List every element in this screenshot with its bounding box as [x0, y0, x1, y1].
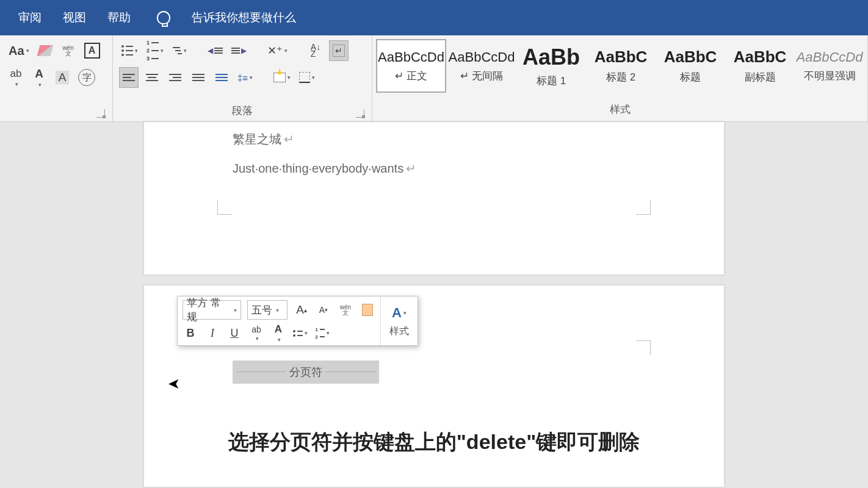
mini-numbering-button[interactable]: 12 — [314, 325, 330, 342]
char-shading-button[interactable]: A — [52, 67, 72, 88]
paragraph-group: 123 ◀ ▶ ✕⁺ A↓Z ↵ ‡≡ — [113, 35, 372, 121]
paragraph-mark-icon: ↵ — [406, 162, 416, 175]
cursor-icon: ➤ — [168, 375, 180, 392]
align-justify-button[interactable] — [189, 67, 208, 88]
mini-format-painter-button[interactable] — [360, 301, 375, 318]
style-gallery: AaBbCcDd↵ 正文AaBbCcDd↵ 无间隔AaBb标题 1AaBbC标题… — [376, 39, 864, 100]
line-spacing-button[interactable]: ‡≡ — [235, 67, 255, 88]
margin-corner-icon — [636, 200, 651, 215]
style-name-label: 不明显强调 — [804, 69, 856, 83]
mini-styles-label[interactable]: 样式 — [389, 325, 409, 338]
font-launcher-icon[interactable] — [96, 109, 105, 118]
mini-font-color-button[interactable]: A — [270, 325, 286, 342]
margin-corner-icon — [636, 340, 651, 355]
text-line[interactable]: 繁星之城↵ — [233, 131, 294, 148]
tell-me-input[interactable]: 告诉我你想要做什么 — [192, 10, 296, 26]
paragraph-group-label: 段落 — [117, 101, 368, 121]
style-item-0[interactable]: AaBbCcDd↵ 正文 — [376, 39, 446, 93]
title-bar: 审阅 视图 帮助 告诉我你想要做什么 — [0, 0, 868, 35]
shading-button[interactable] — [271, 67, 293, 88]
mini-grow-font-button[interactable]: A▴ — [294, 301, 309, 318]
lightbulb-icon — [157, 11, 170, 24]
char-border-button[interactable]: A — [82, 40, 103, 61]
clear-format-button[interactable] — [35, 40, 55, 61]
mini-shrink-font-button[interactable]: A▾ — [316, 301, 331, 318]
tab-help[interactable]: 帮助 — [107, 10, 131, 26]
page-1[interactable]: 繁星之城↵ Just·one·thing·everybody·wants↵ — [144, 122, 724, 274]
paragraph-mark-icon: ↵ — [284, 132, 294, 146]
paragraph-launcher-icon[interactable] — [356, 109, 364, 118]
show-marks-button[interactable]: ↵ — [329, 40, 349, 61]
style-item-2[interactable]: AaBb标题 1 — [517, 39, 585, 93]
font-group-label — [4, 115, 109, 121]
mini-highlight-button[interactable]: ab — [248, 325, 264, 342]
font-color-button[interactable]: A — [29, 67, 49, 88]
style-preview: AaBbCcDd — [797, 49, 863, 65]
distributed-button[interactable] — [212, 67, 231, 88]
style-item-4[interactable]: AaBbC标题 — [656, 39, 725, 93]
highlight-button[interactable]: ab — [6, 67, 26, 88]
mini-size-combo[interactable]: 五号▾ — [247, 300, 288, 320]
styles-group-label: 样式 — [376, 100, 864, 120]
mini-toolbar: 苹方 常规▾ 五号▾ A▴ A▾ wén文 B I U ab A 12 A 样式 — [177, 296, 418, 346]
borders-button[interactable] — [297, 67, 317, 88]
style-preview: AaBb — [523, 45, 580, 70]
mini-font-combo[interactable]: 苹方 常规▾ — [183, 300, 241, 320]
tab-review[interactable]: 审阅 — [18, 10, 42, 26]
increase-indent-button[interactable]: ▶ — [229, 40, 249, 61]
style-item-6[interactable]: AaBbCcDd不明显强调 — [795, 39, 864, 93]
style-item-5[interactable]: AaBbC副标题 — [726, 39, 794, 93]
style-item-3[interactable]: AaBbC标题 2 — [587, 39, 655, 93]
ribbon: Aa wén文 A ab A A 字 123 ◀ ▶ — [0, 35, 868, 122]
style-name-label: 副标题 — [745, 70, 776, 84]
numbering-button[interactable]: 123 — [144, 40, 166, 61]
style-preview: AaBbCcDd — [449, 49, 515, 65]
align-center-button[interactable] — [142, 67, 162, 88]
align-left-button[interactable] — [119, 67, 139, 88]
mini-underline-button[interactable]: U — [226, 325, 242, 342]
mini-bold-button[interactable]: B — [183, 325, 198, 342]
style-preview: AaBbC — [664, 48, 717, 66]
align-right-button[interactable] — [165, 67, 185, 88]
bullets-button[interactable] — [119, 40, 140, 61]
phonetic-guide-button[interactable]: wén文 — [59, 40, 78, 61]
style-name-label: ↵ 无间隔 — [460, 69, 503, 83]
sort-button[interactable]: A↓Z — [306, 40, 325, 61]
style-preview: AaBbC — [734, 48, 787, 66]
style-preview: AaBbC — [595, 48, 648, 66]
style-item-1[interactable]: AaBbCcDd↵ 无间隔 — [447, 39, 516, 93]
enclose-char-button[interactable]: 字 — [76, 67, 98, 88]
mini-italic-button[interactable]: I — [204, 325, 220, 342]
style-name-label: 标题 2 — [606, 70, 635, 84]
font-group: Aa wén文 A ab A A 字 — [0, 35, 113, 121]
mini-styles-icon[interactable]: A — [391, 304, 407, 321]
margin-corner-icon — [217, 200, 232, 215]
tab-view[interactable]: 视图 — [63, 10, 86, 26]
text-line[interactable]: Just·one·thing·everybody·wants↵ — [233, 161, 416, 176]
page-break-marker[interactable]: 分页符 — [233, 361, 379, 384]
style-preview: AaBbCcDd — [378, 49, 444, 65]
multilevel-list-button[interactable] — [170, 40, 189, 61]
asian-layout-button[interactable]: ✕⁺ — [265, 40, 290, 61]
decrease-indent-button[interactable]: ◀ — [205, 40, 225, 61]
style-name-label: 标题 — [680, 70, 701, 84]
tutorial-caption: 选择分页符并按键盘上的"delete"键即可删除 — [228, 428, 640, 456]
styles-group: AaBbCcDd↵ 正文AaBbCcDd↵ 无间隔AaBb标题 1AaBbC标题… — [372, 35, 868, 121]
change-case-button[interactable]: Aa — [6, 40, 32, 61]
mini-phonetic-button[interactable]: wén文 — [338, 301, 353, 318]
style-name-label: 标题 1 — [537, 74, 566, 88]
style-name-label: ↵ 正文 — [395, 69, 427, 83]
mini-bullets-button[interactable] — [292, 325, 308, 342]
